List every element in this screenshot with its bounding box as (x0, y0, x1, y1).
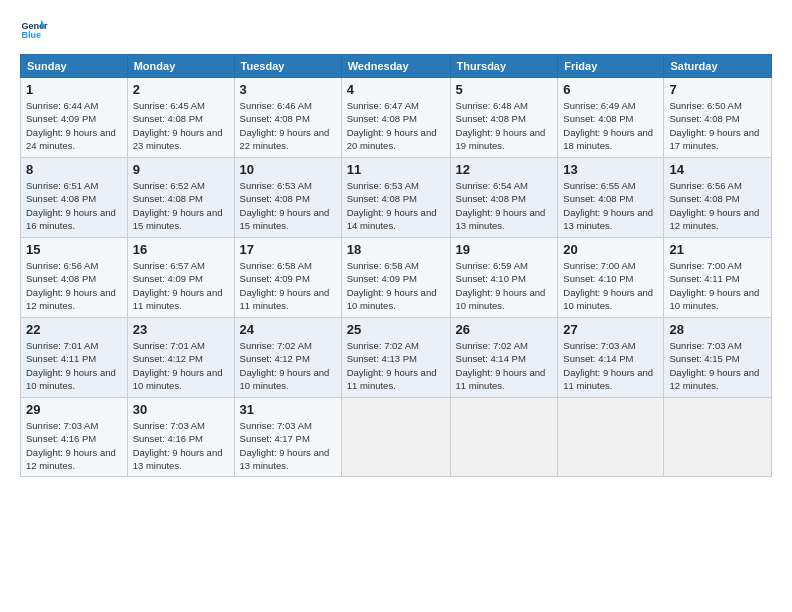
day-info: Sunrise: 6:49 AMSunset: 4:08 PMDaylight:… (563, 100, 653, 151)
calendar-cell: 17 Sunrise: 6:58 AMSunset: 4:09 PMDaylig… (234, 238, 341, 318)
day-number: 14 (669, 162, 766, 177)
day-number: 6 (563, 82, 658, 97)
day-info: Sunrise: 6:46 AMSunset: 4:08 PMDaylight:… (240, 100, 330, 151)
day-info: Sunrise: 6:59 AMSunset: 4:10 PMDaylight:… (456, 260, 546, 311)
page-container: General Blue SundayMondayTuesdayWednesda… (0, 0, 792, 487)
day-info: Sunrise: 6:58 AMSunset: 4:09 PMDaylight:… (347, 260, 437, 311)
day-info: Sunrise: 6:56 AMSunset: 4:08 PMDaylight:… (669, 180, 759, 231)
calendar-cell: 8 Sunrise: 6:51 AMSunset: 4:08 PMDayligh… (21, 158, 128, 238)
calendar-cell: 14 Sunrise: 6:56 AMSunset: 4:08 PMDaylig… (664, 158, 772, 238)
day-number: 3 (240, 82, 336, 97)
day-number: 23 (133, 322, 229, 337)
calendar-cell: 11 Sunrise: 6:53 AMSunset: 4:08 PMDaylig… (341, 158, 450, 238)
day-info: Sunrise: 7:02 AMSunset: 4:12 PMDaylight:… (240, 340, 330, 391)
calendar-cell: 19 Sunrise: 6:59 AMSunset: 4:10 PMDaylig… (450, 238, 558, 318)
day-info: Sunrise: 7:01 AMSunset: 4:12 PMDaylight:… (133, 340, 223, 391)
day-number: 8 (26, 162, 122, 177)
day-number: 13 (563, 162, 658, 177)
day-info: Sunrise: 6:54 AMSunset: 4:08 PMDaylight:… (456, 180, 546, 231)
day-number: 15 (26, 242, 122, 257)
day-number: 31 (240, 402, 336, 417)
calendar-body: 1 Sunrise: 6:44 AMSunset: 4:09 PMDayligh… (21, 78, 772, 477)
day-number: 10 (240, 162, 336, 177)
calendar-cell: 28 Sunrise: 7:03 AMSunset: 4:15 PMDaylig… (664, 318, 772, 398)
day-info: Sunrise: 6:56 AMSunset: 4:08 PMDaylight:… (26, 260, 116, 311)
calendar-weekday: Friday (558, 55, 664, 78)
logo: General Blue (20, 16, 52, 44)
day-info: Sunrise: 7:03 AMSunset: 4:15 PMDaylight:… (669, 340, 759, 391)
calendar-cell: 4 Sunrise: 6:47 AMSunset: 4:08 PMDayligh… (341, 78, 450, 158)
day-number: 22 (26, 322, 122, 337)
calendar-cell: 25 Sunrise: 7:02 AMSunset: 4:13 PMDaylig… (341, 318, 450, 398)
calendar-cell: 5 Sunrise: 6:48 AMSunset: 4:08 PMDayligh… (450, 78, 558, 158)
day-number: 1 (26, 82, 122, 97)
day-info: Sunrise: 6:57 AMSunset: 4:09 PMDaylight:… (133, 260, 223, 311)
calendar-cell: 12 Sunrise: 6:54 AMSunset: 4:08 PMDaylig… (450, 158, 558, 238)
calendar-cell: 7 Sunrise: 6:50 AMSunset: 4:08 PMDayligh… (664, 78, 772, 158)
calendar-cell: 10 Sunrise: 6:53 AMSunset: 4:08 PMDaylig… (234, 158, 341, 238)
calendar-cell: 22 Sunrise: 7:01 AMSunset: 4:11 PMDaylig… (21, 318, 128, 398)
calendar-cell: 23 Sunrise: 7:01 AMSunset: 4:12 PMDaylig… (127, 318, 234, 398)
day-number: 25 (347, 322, 445, 337)
calendar-cell (558, 398, 664, 477)
calendar-cell: 27 Sunrise: 7:03 AMSunset: 4:14 PMDaylig… (558, 318, 664, 398)
day-number: 11 (347, 162, 445, 177)
day-info: Sunrise: 7:02 AMSunset: 4:13 PMDaylight:… (347, 340, 437, 391)
day-info: Sunrise: 6:52 AMSunset: 4:08 PMDaylight:… (133, 180, 223, 231)
calendar-cell: 16 Sunrise: 6:57 AMSunset: 4:09 PMDaylig… (127, 238, 234, 318)
day-number: 5 (456, 82, 553, 97)
calendar-cell: 2 Sunrise: 6:45 AMSunset: 4:08 PMDayligh… (127, 78, 234, 158)
calendar-cell: 31 Sunrise: 7:03 AMSunset: 4:17 PMDaylig… (234, 398, 341, 477)
day-number: 4 (347, 82, 445, 97)
day-info: Sunrise: 7:03 AMSunset: 4:17 PMDaylight:… (240, 420, 330, 471)
day-number: 17 (240, 242, 336, 257)
calendar-cell: 30 Sunrise: 7:03 AMSunset: 4:16 PMDaylig… (127, 398, 234, 477)
calendar-cell: 1 Sunrise: 6:44 AMSunset: 4:09 PMDayligh… (21, 78, 128, 158)
calendar-cell: 13 Sunrise: 6:55 AMSunset: 4:08 PMDaylig… (558, 158, 664, 238)
calendar-cell: 21 Sunrise: 7:00 AMSunset: 4:11 PMDaylig… (664, 238, 772, 318)
day-number: 24 (240, 322, 336, 337)
day-number: 19 (456, 242, 553, 257)
day-info: Sunrise: 6:45 AMSunset: 4:08 PMDaylight:… (133, 100, 223, 151)
day-info: Sunrise: 6:53 AMSunset: 4:08 PMDaylight:… (240, 180, 330, 231)
calendar-cell: 15 Sunrise: 6:56 AMSunset: 4:08 PMDaylig… (21, 238, 128, 318)
day-number: 16 (133, 242, 229, 257)
calendar-weekday: Sunday (21, 55, 128, 78)
calendar-cell: 3 Sunrise: 6:46 AMSunset: 4:08 PMDayligh… (234, 78, 341, 158)
day-number: 2 (133, 82, 229, 97)
calendar-cell (341, 398, 450, 477)
calendar-cell: 24 Sunrise: 7:02 AMSunset: 4:12 PMDaylig… (234, 318, 341, 398)
day-info: Sunrise: 6:58 AMSunset: 4:09 PMDaylight:… (240, 260, 330, 311)
day-number: 20 (563, 242, 658, 257)
day-info: Sunrise: 6:48 AMSunset: 4:08 PMDaylight:… (456, 100, 546, 151)
day-number: 26 (456, 322, 553, 337)
calendar-weekday: Tuesday (234, 55, 341, 78)
day-info: Sunrise: 7:00 AMSunset: 4:10 PMDaylight:… (563, 260, 653, 311)
day-info: Sunrise: 7:03 AMSunset: 4:16 PMDaylight:… (26, 420, 116, 471)
calendar-weekday: Thursday (450, 55, 558, 78)
logo-icon: General Blue (20, 16, 48, 44)
day-info: Sunrise: 6:55 AMSunset: 4:08 PMDaylight:… (563, 180, 653, 231)
day-info: Sunrise: 7:03 AMSunset: 4:14 PMDaylight:… (563, 340, 653, 391)
calendar-weekday: Wednesday (341, 55, 450, 78)
day-number: 21 (669, 242, 766, 257)
calendar-cell: 26 Sunrise: 7:02 AMSunset: 4:14 PMDaylig… (450, 318, 558, 398)
calendar-cell: 6 Sunrise: 6:49 AMSunset: 4:08 PMDayligh… (558, 78, 664, 158)
day-number: 27 (563, 322, 658, 337)
day-info: Sunrise: 7:01 AMSunset: 4:11 PMDaylight:… (26, 340, 116, 391)
day-info: Sunrise: 7:03 AMSunset: 4:16 PMDaylight:… (133, 420, 223, 471)
calendar-table: SundayMondayTuesdayWednesdayThursdayFrid… (20, 54, 772, 477)
day-info: Sunrise: 6:51 AMSunset: 4:08 PMDaylight:… (26, 180, 116, 231)
day-number: 7 (669, 82, 766, 97)
day-number: 29 (26, 402, 122, 417)
calendar-cell: 20 Sunrise: 7:00 AMSunset: 4:10 PMDaylig… (558, 238, 664, 318)
day-info: Sunrise: 6:53 AMSunset: 4:08 PMDaylight:… (347, 180, 437, 231)
day-info: Sunrise: 6:50 AMSunset: 4:08 PMDaylight:… (669, 100, 759, 151)
day-info: Sunrise: 7:02 AMSunset: 4:14 PMDaylight:… (456, 340, 546, 391)
day-number: 28 (669, 322, 766, 337)
calendar-header-row: SundayMondayTuesdayWednesdayThursdayFrid… (21, 55, 772, 78)
calendar-cell (450, 398, 558, 477)
day-info: Sunrise: 6:47 AMSunset: 4:08 PMDaylight:… (347, 100, 437, 151)
calendar-weekday: Saturday (664, 55, 772, 78)
day-info: Sunrise: 7:00 AMSunset: 4:11 PMDaylight:… (669, 260, 759, 311)
